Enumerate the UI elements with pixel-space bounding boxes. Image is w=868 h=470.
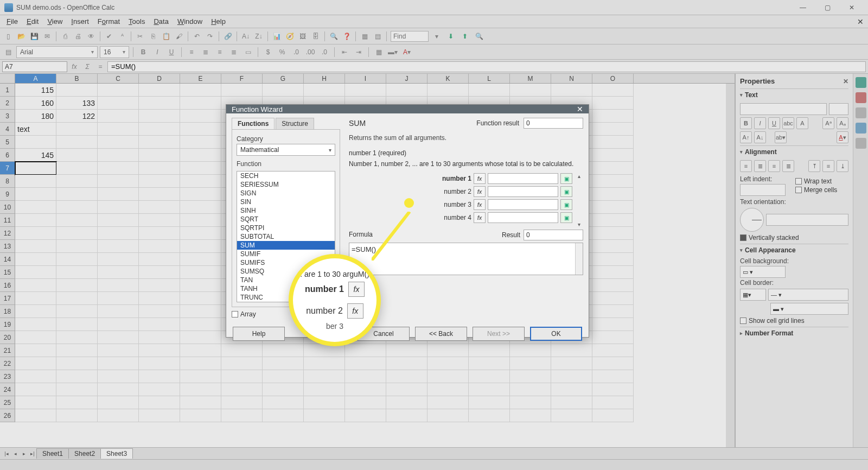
cell-C16[interactable]: [98, 279, 139, 292]
cell-E21[interactable]: [180, 344, 221, 357]
cell-A10[interactable]: [15, 201, 56, 214]
print-icon[interactable]: 🖨: [72, 30, 84, 42]
cell-D17[interactable]: [139, 292, 180, 305]
side-bold-icon[interactable]: B: [740, 117, 752, 129]
cell-F26[interactable]: [221, 409, 263, 422]
tab-structure[interactable]: Structure: [276, 118, 314, 129]
next-button[interactable]: Next >>: [473, 327, 525, 341]
cell-E24[interactable]: [180, 383, 221, 396]
cell-H25[interactable]: [304, 396, 345, 409]
cell-N21[interactable]: [551, 344, 592, 357]
column-header-I[interactable]: I: [345, 74, 386, 83]
brush-icon[interactable]: 🖌: [173, 30, 185, 42]
arg-input-4[interactable]: [488, 212, 558, 223]
align-center-icon[interactable]: ≣: [200, 46, 212, 58]
cell-O26[interactable]: [592, 409, 634, 422]
column-header-O[interactable]: O: [592, 74, 634, 83]
section-alignment[interactable]: Alignment: [740, 145, 848, 158]
cell-B18[interactable]: [56, 305, 98, 318]
function-item-sign[interactable]: SIGN: [237, 189, 335, 198]
cell-O2[interactable]: [592, 97, 634, 110]
dialog-close-icon[interactable]: ✕: [577, 105, 583, 113]
pdf-icon[interactable]: ⎙: [59, 30, 71, 42]
cell-C8[interactable]: [98, 175, 139, 188]
cell-B20[interactable]: [56, 331, 98, 344]
cell-E1[interactable]: [180, 84, 221, 97]
cell-J24[interactable]: [386, 383, 427, 396]
side-align-center-icon[interactable]: ≣: [754, 160, 766, 172]
column-header-D[interactable]: D: [139, 74, 180, 83]
side-strike-icon[interactable]: abc: [782, 117, 794, 129]
undo-icon[interactable]: ↶: [191, 30, 203, 42]
side-align-left-icon[interactable]: ≡: [740, 160, 752, 172]
arg-shrink-button-3[interactable]: ▣: [560, 199, 572, 210]
cell-B17[interactable]: [56, 292, 98, 305]
cell-E11[interactable]: [180, 214, 221, 227]
cell-M26[interactable]: [510, 409, 551, 422]
find-next-icon[interactable]: ⬇: [445, 30, 457, 42]
window-maximize[interactable]: ▢: [815, 0, 839, 15]
row-header-16[interactable]: 16: [0, 279, 15, 292]
cell-C26[interactable]: [98, 409, 139, 422]
tab-functions[interactable]: Functions: [232, 118, 275, 129]
borders-icon[interactable]: ▦: [373, 46, 385, 58]
menu-file[interactable]: File: [2, 16, 22, 27]
bold-icon[interactable]: B: [137, 46, 149, 58]
wrap-text-checkbox[interactable]: [795, 178, 802, 185]
side-valign-top-icon[interactable]: ⤒: [808, 160, 820, 172]
function-item-sinh[interactable]: SINH: [237, 206, 335, 215]
cut-icon[interactable]: ✂: [134, 30, 146, 42]
tab-nav-next-icon[interactable]: ▸: [20, 449, 28, 458]
cell-E25[interactable]: [180, 396, 221, 409]
column-header-G[interactable]: G: [263, 74, 304, 83]
row-header-20[interactable]: 20: [0, 331, 15, 344]
cell-O21[interactable]: [592, 344, 634, 357]
grid-icon[interactable]: ▦: [359, 30, 371, 42]
column-header-L[interactable]: L: [469, 74, 510, 83]
spell-icon[interactable]: ✔: [103, 30, 115, 42]
cell-O23[interactable]: [592, 370, 634, 383]
find-input[interactable]: [391, 31, 429, 42]
border-color-picker[interactable]: ▬ ▾: [770, 303, 848, 315]
cell-D8[interactable]: [139, 175, 180, 188]
side-fontcolor-icon[interactable]: A▾: [837, 131, 848, 143]
cell-E15[interactable]: [180, 266, 221, 279]
cell-H22[interactable]: [304, 357, 345, 370]
menu-view[interactable]: View: [43, 16, 67, 27]
row-header-23[interactable]: 23: [0, 370, 15, 383]
autospell-icon[interactable]: ᴬ: [116, 30, 128, 42]
cell-N25[interactable]: [551, 396, 592, 409]
name-box[interactable]: A7: [2, 61, 67, 72]
cell-O7[interactable]: [592, 162, 634, 175]
cell-C22[interactable]: [98, 357, 139, 370]
side-highlight-icon[interactable]: ab▾: [775, 131, 787, 143]
row-header-12[interactable]: 12: [0, 227, 15, 240]
cell-I1[interactable]: [345, 84, 386, 97]
cell-B14[interactable]: [56, 253, 98, 266]
menu-data[interactable]: Data: [149, 16, 173, 27]
arg-shrink-button-4[interactable]: ▣: [560, 212, 572, 223]
row-header-21[interactable]: 21: [0, 344, 15, 357]
function-item-sum[interactable]: SUM: [237, 241, 335, 250]
cell-A5[interactable]: [15, 136, 56, 149]
cell-D12[interactable]: [139, 227, 180, 240]
window-minimize[interactable]: —: [791, 0, 815, 15]
cell-D16[interactable]: [139, 279, 180, 292]
cell-N23[interactable]: [551, 370, 592, 383]
gallery-icon[interactable]: 🖼: [297, 30, 309, 42]
side-super-icon[interactable]: Aᵃ: [822, 117, 834, 129]
cell-M25[interactable]: [510, 396, 551, 409]
back-button[interactable]: << Back: [415, 327, 467, 341]
cell-C25[interactable]: [98, 396, 139, 409]
cell-B19[interactable]: [56, 318, 98, 331]
row-header-10[interactable]: 10: [0, 201, 15, 214]
cell-D24[interactable]: [139, 383, 180, 396]
cell-D21[interactable]: [139, 344, 180, 357]
cell-I24[interactable]: [345, 383, 386, 396]
cell-O3[interactable]: [592, 110, 634, 123]
sort-desc-icon[interactable]: Z↓: [253, 30, 265, 42]
new-icon[interactable]: ▯: [2, 30, 14, 42]
cell-B11[interactable]: [56, 214, 98, 227]
border-style-picker[interactable]: ▦▾: [740, 289, 766, 301]
cell-C15[interactable]: [98, 266, 139, 279]
